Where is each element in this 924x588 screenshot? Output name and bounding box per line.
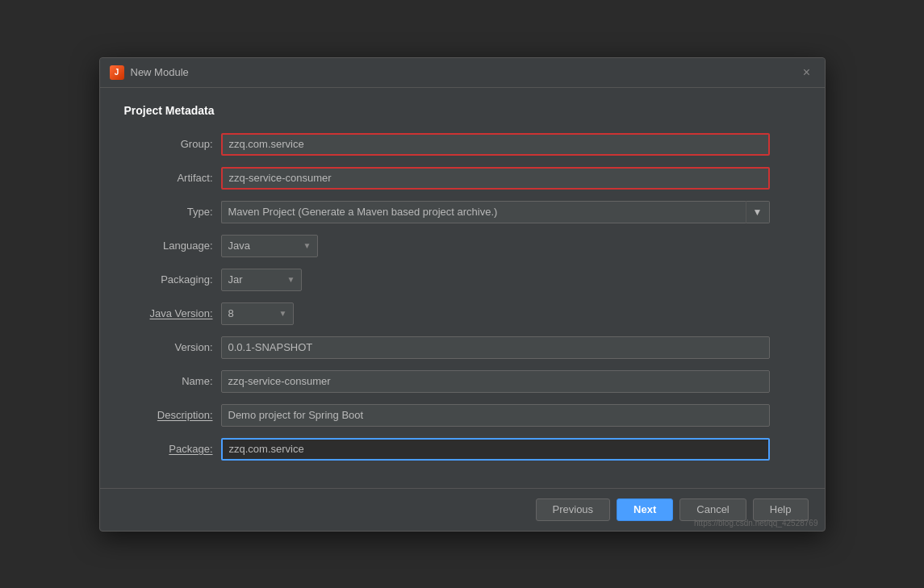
java-version-label: Java Version: [124,307,213,319]
app-icon: J [110,65,124,80]
description-row: Description: [124,404,801,427]
next-button[interactable]: Next [617,498,673,521]
type-label: Type: [124,206,213,218]
section-title: Project Metadata [124,104,801,117]
java-version-select-wrapper: 8 11 17 21 ▼ [221,302,294,325]
watermark: https://blog.csdn.net/qq_42528769 [694,519,817,528]
java-version-row: Java Version: 8 11 17 21 ▼ [124,302,801,325]
type-input[interactable] [221,201,746,223]
language-select[interactable]: Java Kotlin Groovy [221,235,318,257]
version-input[interactable] [221,336,770,359]
description-label: Description: [124,409,213,421]
type-select-wrapper: ▼ [221,201,770,223]
help-button[interactable]: Help [753,498,809,521]
group-input[interactable] [221,133,770,156]
artifact-label: Artifact: [124,172,213,184]
type-dropdown-button[interactable]: ▼ [746,201,770,223]
version-row: Version: [124,336,801,359]
close-button[interactable]: × [799,65,815,81]
description-input[interactable] [221,404,770,427]
dialog-content: Project Metadata Group: Artifact: Type: … [100,88,825,488]
artifact-input[interactable] [221,167,770,190]
package-input[interactable] [221,438,770,461]
language-select-wrapper: Java Kotlin Groovy ▼ [221,235,318,257]
name-row: Name: [124,370,801,393]
previous-button[interactable]: Previous [536,498,611,521]
title-bar: J New Module × [100,58,825,88]
name-label: Name: [124,375,213,387]
java-version-select[interactable]: 8 11 17 21 [221,302,294,325]
package-label: Package: [124,443,213,455]
group-label: Group: [124,138,213,150]
package-row: Package: [124,438,801,461]
packaging-row: Packaging: Jar War ▼ [124,269,801,291]
new-module-dialog: J New Module × Project Metadata Group: A… [99,57,826,532]
group-row: Group: [124,133,801,156]
packaging-select-wrapper: Jar War ▼ [221,269,302,291]
cancel-button[interactable]: Cancel [679,498,746,521]
language-label: Language: [124,240,213,252]
version-label: Version: [124,341,213,353]
artifact-row: Artifact: [124,167,801,190]
title-bar-left: J New Module [110,65,189,80]
dialog-title: New Module [131,66,189,78]
packaging-select[interactable]: Jar War [221,269,302,291]
language-row: Language: Java Kotlin Groovy ▼ [124,235,801,257]
name-input[interactable] [221,370,770,393]
type-row: Type: ▼ [124,201,801,223]
packaging-label: Packaging: [124,273,213,286]
